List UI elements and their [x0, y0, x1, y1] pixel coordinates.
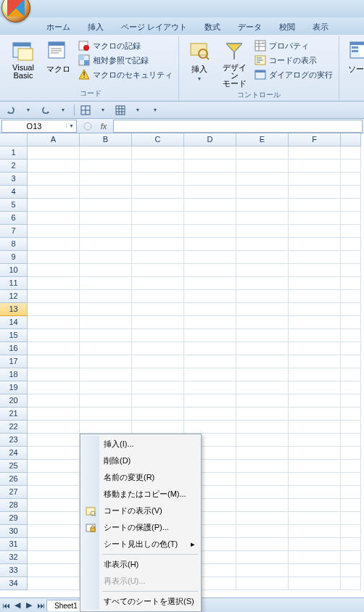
cell[interactable] — [289, 173, 341, 186]
cell[interactable] — [80, 199, 132, 212]
cell[interactable] — [28, 225, 80, 238]
last-sheet-button[interactable]: ⏭ — [35, 600, 46, 611]
row-header[interactable]: 10 — [0, 264, 28, 277]
cell[interactable] — [289, 525, 341, 538]
row-header[interactable]: 25 — [0, 460, 28, 473]
cell[interactable] — [289, 146, 341, 160]
cell[interactable] — [80, 408, 132, 421]
cell[interactable] — [132, 394, 184, 408]
cell[interactable] — [236, 564, 289, 577]
cell[interactable] — [28, 394, 80, 408]
cell[interactable] — [236, 342, 289, 355]
cell[interactable] — [289, 316, 341, 329]
cell[interactable] — [184, 421, 236, 434]
row-header[interactable]: 19 — [0, 381, 28, 394]
cell[interactable] — [132, 303, 184, 316]
cell[interactable] — [80, 173, 132, 186]
fx-icon[interactable]: fx — [97, 120, 110, 132]
cell[interactable] — [236, 355, 289, 368]
macro-security-button[interactable]: ! マクロのセキュリティ — [77, 68, 174, 81]
cell[interactable] — [28, 290, 80, 303]
row-header[interactable]: 31 — [0, 538, 28, 551]
first-sheet-button[interactable]: ⏮ — [0, 600, 12, 611]
cell[interactable] — [80, 394, 132, 408]
formula-input[interactable] — [113, 120, 363, 133]
row-header[interactable]: 23 — [0, 434, 28, 447]
ctx-protect-sheet[interactable]: シートの保護(P)... — [82, 519, 199, 536]
tab-home[interactable]: ホーム — [38, 19, 79, 35]
cell[interactable] — [236, 238, 289, 251]
cell[interactable] — [28, 186, 80, 199]
cell[interactable] — [289, 355, 341, 368]
row-header[interactable]: 18 — [0, 368, 28, 381]
tab-review[interactable]: 校閲 — [270, 19, 304, 35]
cell[interactable] — [289, 381, 341, 394]
cell[interactable] — [28, 460, 80, 473]
select-all-corner[interactable] — [0, 133, 28, 146]
cell[interactable] — [289, 434, 341, 447]
row-header[interactable]: 9 — [0, 251, 28, 264]
cell[interactable] — [236, 212, 289, 225]
cell[interactable] — [289, 329, 341, 342]
row-header[interactable]: 16 — [0, 342, 28, 355]
cell[interactable] — [80, 225, 132, 238]
cell[interactable] — [28, 355, 80, 368]
ctx-view-code[interactable]: コードの表示(V) — [82, 503, 199, 519]
row-header[interactable]: 1 — [0, 146, 28, 160]
cell[interactable] — [28, 408, 80, 421]
cell[interactable] — [289, 551, 341, 564]
cell[interactable] — [236, 225, 289, 238]
ctx-insert[interactable]: 挿入(I)... — [82, 436, 199, 452]
cell[interactable] — [184, 225, 236, 238]
cell[interactable] — [28, 381, 80, 394]
cell[interactable] — [80, 368, 132, 381]
cell[interactable] — [236, 290, 289, 303]
cell[interactable] — [289, 368, 341, 381]
cell[interactable] — [28, 303, 80, 316]
cell[interactable] — [80, 316, 132, 329]
cell[interactable] — [132, 421, 184, 434]
cell[interactable] — [184, 146, 236, 160]
cell[interactable] — [289, 225, 341, 238]
cell[interactable] — [236, 264, 289, 277]
cell[interactable] — [80, 160, 132, 173]
column-header[interactable]: F — [289, 133, 341, 146]
name-box[interactable]: O13 ▼ — [1, 120, 77, 133]
cell[interactable] — [28, 329, 80, 342]
row-header[interactable]: 33 — [0, 564, 28, 577]
cell[interactable] — [184, 394, 236, 408]
cell[interactable] — [236, 368, 289, 381]
column-header[interactable]: C — [132, 133, 184, 146]
cell[interactable] — [184, 264, 236, 277]
cell[interactable] — [236, 316, 289, 329]
cell[interactable] — [289, 251, 341, 264]
qat-btn-1[interactable] — [79, 104, 92, 117]
insert-control-button[interactable]: 挿入 ▼ — [183, 38, 215, 89]
cell[interactable] — [28, 146, 80, 160]
row-header[interactable]: 34 — [0, 577, 28, 590]
tab-formulas[interactable]: 数式 — [196, 19, 229, 35]
cell[interactable] — [28, 499, 80, 512]
cell[interactable] — [132, 277, 184, 290]
ctx-delete[interactable]: 削除(D) — [82, 452, 199, 469]
cell[interactable] — [28, 564, 80, 577]
cell[interactable] — [80, 277, 132, 290]
cell[interactable] — [184, 303, 236, 316]
name-box-dropdown[interactable]: ▼ — [66, 123, 76, 128]
cell[interactable] — [28, 238, 80, 251]
row-header[interactable]: 13 — [0, 303, 28, 316]
ctx-move-copy[interactable]: 移動またはコピー(M)... — [82, 486, 199, 503]
row-header[interactable]: 26 — [0, 473, 28, 486]
cell[interactable] — [289, 290, 341, 303]
cell[interactable] — [132, 290, 184, 303]
cell[interactable] — [289, 486, 341, 499]
cell[interactable] — [132, 199, 184, 212]
cell[interactable] — [28, 212, 80, 225]
cell[interactable] — [289, 512, 341, 525]
cell[interactable] — [80, 264, 132, 277]
row-header[interactable]: 28 — [0, 499, 28, 512]
row-header[interactable]: 21 — [0, 408, 28, 421]
cell[interactable] — [28, 277, 80, 290]
cell[interactable] — [28, 264, 80, 277]
cell[interactable] — [132, 173, 184, 186]
